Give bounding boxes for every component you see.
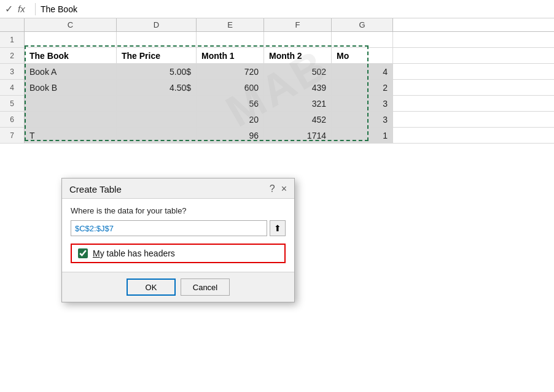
row-number: 4 <box>0 80 25 95</box>
col-header-G[interactable]: G <box>332 18 393 31</box>
col-header-C[interactable]: C <box>25 18 117 31</box>
fx-icon: fx <box>18 4 30 14</box>
table-row: 1 <box>0 32 554 48</box>
cell[interactable]: 4 <box>332 64 393 79</box>
table-row: 5 56 321 3 <box>0 96 554 112</box>
cell[interactable]: 20 <box>197 112 264 127</box>
row-number: 2 <box>0 48 25 63</box>
dialog-range-input[interactable] <box>71 220 267 236</box>
checkbox-label-underline: M <box>93 248 100 258</box>
cell-the-book[interactable]: The Book <box>25 48 117 63</box>
ok-button[interactable]: OK <box>127 279 176 296</box>
cell[interactable]: 2 <box>332 80 393 95</box>
dialog-help-icon[interactable]: ? <box>270 183 275 194</box>
dialog-range-collapse-button[interactable]: ⬆ <box>270 220 286 236</box>
cell[interactable] <box>25 96 117 111</box>
cell[interactable]: 720 <box>197 64 264 79</box>
table-row: 3 Book A 5.00$ 720 502 4 <box>0 64 554 80</box>
cell[interactable] <box>117 32 197 47</box>
table-row: 4 Book B 4.50$ 600 439 2 <box>0 80 554 96</box>
cell[interactable]: Book B <box>25 80 117 95</box>
dialog-body: Where is the data for your table? ⬆ My t… <box>62 199 294 272</box>
col-header-D[interactable]: D <box>117 18 197 31</box>
cell[interactable]: T <box>25 128 117 143</box>
cell[interactable]: 1714 <box>264 128 332 143</box>
cell[interactable] <box>197 32 264 47</box>
col-header-E[interactable]: E <box>197 18 264 31</box>
table-row: 7 T 96 1714 1 <box>0 128 554 144</box>
cell[interactable] <box>117 96 197 111</box>
dialog-range-label: Where is the data for your table? <box>71 206 286 215</box>
dialog-titlebar-controls: ? × <box>270 183 287 194</box>
my-table-has-headers-label[interactable]: My table has headers <box>93 248 175 258</box>
checkbox-label-rest: y table has headers <box>100 248 175 258</box>
dialog-checkbox-row: My table has headers <box>71 244 286 263</box>
cell[interactable]: 321 <box>264 96 332 111</box>
cell[interactable]: 3 <box>332 112 393 127</box>
cell[interactable]: 600 <box>197 80 264 95</box>
cell[interactable] <box>25 112 117 127</box>
cell[interactable] <box>117 128 197 143</box>
col-header-F[interactable]: F <box>264 18 332 31</box>
my-table-has-headers-checkbox[interactable] <box>78 248 88 258</box>
create-table-dialog: Create Table ? × Where is the data for y… <box>61 178 295 302</box>
spreadsheet: ✓ fx The Book C D E F G MAB 1 2 The Book… <box>0 0 554 392</box>
cell[interactable]: 5.00$ <box>117 64 197 79</box>
row-number: 6 <box>0 112 25 127</box>
cell[interactable] <box>332 32 393 47</box>
row-number: 3 <box>0 64 25 79</box>
dialog-input-row: ⬆ <box>71 220 286 236</box>
cell[interactable]: 439 <box>264 80 332 95</box>
cell-mo[interactable]: Mo <box>332 48 393 63</box>
dialog-close-button[interactable]: × <box>281 183 287 194</box>
row-number: 7 <box>0 128 25 143</box>
formula-bar-divider <box>35 3 36 15</box>
dialog-footer: OK Cancel <box>62 272 294 302</box>
row-number: 1 <box>0 32 25 47</box>
cell[interactable]: 1 <box>332 128 393 143</box>
formula-bar-value: The Book <box>41 4 549 14</box>
column-headers: C D E F G <box>0 18 554 32</box>
cell[interactable]: 502 <box>264 64 332 79</box>
cell[interactable]: 452 <box>264 112 332 127</box>
cell[interactable]: 4.50$ <box>117 80 197 95</box>
formula-bar: ✓ fx The Book <box>0 0 554 18</box>
cell-month2[interactable]: Month 2 <box>264 48 332 63</box>
cell[interactable] <box>25 32 117 47</box>
cell[interactable]: Book A <box>25 64 117 79</box>
cell[interactable] <box>117 112 197 127</box>
row-number: 5 <box>0 96 25 111</box>
cell-month1[interactable]: Month 1 <box>197 48 264 63</box>
cancel-button[interactable]: Cancel <box>181 279 230 296</box>
table-row: 2 The Book The Price Month 1 Month 2 Mo <box>0 48 554 64</box>
cell[interactable]: 56 <box>197 96 264 111</box>
row-num-spacer <box>0 18 25 31</box>
cell[interactable]: 96 <box>197 128 264 143</box>
table-area: MAB 1 2 The Book The Price Month 1 Month… <box>0 32 554 144</box>
cell[interactable] <box>264 32 332 47</box>
collapse-icon: ⬆ <box>274 223 281 233</box>
formula-confirm-icon[interactable]: ✓ <box>5 3 13 15</box>
dialog-titlebar: Create Table ? × <box>62 179 294 199</box>
cell[interactable]: 3 <box>332 96 393 111</box>
table-row: 6 20 452 3 <box>0 112 554 128</box>
cell-the-price[interactable]: The Price <box>117 48 197 63</box>
dialog-title: Create Table <box>69 184 122 194</box>
